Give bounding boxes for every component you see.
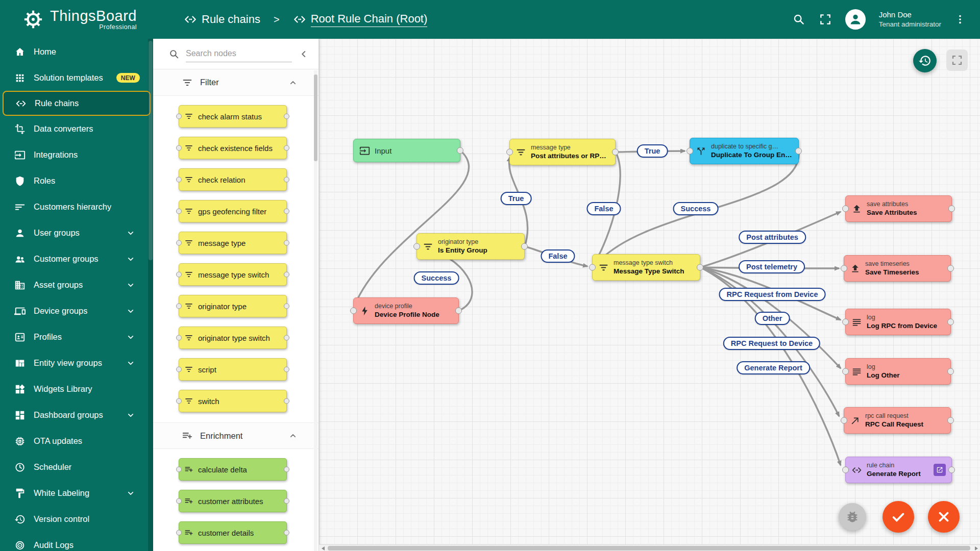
node-log-rpc-from-device[interactable]: log Log RPC from Device [845, 309, 951, 335]
scrollbar-thumb[interactable] [328, 546, 970, 550]
palette-node-gps-geofencing-filter[interactable]: gps geofencing filter [179, 200, 287, 222]
output-port[interactable] [521, 243, 528, 250]
node-device-profile[interactable]: device profile Device Profile Node [353, 297, 459, 324]
sidebar-item-widgets-library[interactable]: Widgets Library [0, 376, 153, 402]
edge-label-rpc-request-to-device[interactable]: RPC Request to Device [723, 337, 820, 350]
palette-node-originator-type[interactable]: originator type [179, 295, 287, 317]
palette-scrollbar[interactable] [314, 70, 317, 551]
sidebar-item-user-groups[interactable]: User groups [0, 220, 153, 246]
sidebar-item-home[interactable]: Home [0, 39, 153, 65]
sidebar-item-dashboard-groups[interactable]: Dashboard groups [0, 402, 153, 428]
palette-section-filter[interactable]: Filter [153, 69, 318, 96]
node-rpc-call-request[interactable]: rpc call request RPC Call Request [844, 407, 951, 434]
output-port[interactable] [457, 147, 463, 154]
edge-label-false[interactable]: False [541, 249, 575, 263]
edge-label-other[interactable]: Other [755, 312, 790, 325]
palette-section-enrichment[interactable]: Enrichment [153, 422, 318, 449]
restore-version-button[interactable] [913, 49, 937, 72]
app-logo[interactable]: ThingsBoard Professional [0, 8, 153, 31]
scroll-left-arrow[interactable] [319, 545, 327, 551]
output-port[interactable] [455, 308, 462, 314]
breadcrumb-current-rule-chain[interactable]: Root Rule Chain (Root) [293, 12, 428, 27]
input-port[interactable] [842, 368, 849, 375]
sidebar-item-scheduler[interactable]: Scheduler [0, 454, 153, 480]
edge-label-rpc-request-from-device[interactable]: RPC Request from Device [719, 288, 826, 301]
kebab-menu-icon[interactable] [954, 14, 966, 25]
sidebar-item-integrations[interactable]: Integrations [0, 142, 153, 168]
palette-node-check-existence-fields[interactable]: check existence fields [179, 137, 287, 159]
sidebar-item-version-control[interactable]: Version control [0, 506, 153, 532]
edge-label-success[interactable]: Success [673, 202, 719, 215]
output-port[interactable] [948, 206, 955, 212]
sidebar-item-rule-chains[interactable]: Rule chains [3, 91, 151, 116]
palette-node-message-type-switch[interactable]: message type switch [179, 263, 287, 286]
edge-label-false[interactable]: False [586, 202, 621, 215]
rule-chain-canvas[interactable]: True True False False Success Success Po… [319, 39, 980, 551]
palette-node-check-relation[interactable]: check relation [179, 168, 287, 191]
output-port[interactable] [795, 148, 802, 155]
input-port[interactable] [842, 467, 849, 473]
node-save-attributes[interactable]: save attributes Save Attributes [845, 195, 952, 222]
palette-node-customer-details[interactable]: customer details [179, 521, 287, 544]
open-rule-chain-button[interactable] [934, 464, 946, 476]
node-save-timeseries[interactable]: save timeseries Save Timeseries [844, 255, 951, 282]
edge-label-post-telemetry[interactable]: Post telemetry [739, 260, 805, 273]
sidebar-item-solution-templates[interactable]: Solution templates NEW [0, 65, 153, 91]
input-port[interactable] [589, 264, 596, 271]
scroll-right-arrow[interactable] [972, 545, 980, 551]
avatar[interactable] [845, 9, 866, 30]
search-icon[interactable] [792, 13, 805, 26]
edge-label-post-attributes[interactable]: Post attributes [739, 231, 806, 244]
palette-node-originator-type-switch[interactable]: originator type switch [179, 327, 287, 349]
palette-node-switch[interactable]: switch [179, 390, 287, 412]
output-port[interactable] [947, 368, 954, 375]
apply-changes-button[interactable] [883, 501, 914, 533]
palette-node-calculate-delta[interactable]: calculate delta [179, 458, 287, 481]
sidebar-item-roles[interactable]: Roles [0, 168, 153, 194]
output-port[interactable] [697, 264, 703, 271]
sidebar-item-data-converters[interactable]: Data converters [0, 116, 153, 142]
expand-canvas-button[interactable] [946, 49, 968, 71]
input-port[interactable] [687, 148, 693, 155]
input-port[interactable] [842, 206, 849, 212]
output-port[interactable] [947, 417, 954, 424]
sidebar-item-audit-logs[interactable]: Audit Logs [0, 532, 153, 551]
sidebar-item-entity-view-groups[interactable]: Entity view groups [0, 350, 153, 376]
discard-changes-button[interactable] [928, 501, 960, 533]
sidebar-item-device-groups[interactable]: Device groups [0, 298, 153, 324]
node-duplicate-to-group[interactable]: duplicate to specific g… Duplicate To Gr… [690, 138, 799, 164]
palette-node-customer-attributes[interactable]: customer attributes [179, 490, 287, 512]
search-nodes-input[interactable] [186, 46, 292, 62]
output-port[interactable] [947, 319, 954, 325]
edge-label-true[interactable]: True [501, 192, 532, 205]
node-message-type-switch[interactable]: message type switch Message Type Switch [592, 254, 700, 281]
output-port[interactable] [948, 467, 955, 473]
node-rule-chain-generate-report[interactable]: rule chain Generate Report [845, 457, 952, 483]
sidebar-item-customer-groups[interactable]: Customer groups [0, 246, 153, 272]
input-port[interactable] [842, 319, 849, 325]
input-port[interactable] [413, 243, 420, 250]
sidebar-item-white-labeling[interactable]: White Labeling [0, 480, 153, 506]
sidebar-item-asset-groups[interactable]: Asset groups [0, 272, 153, 298]
sidebar-scrollbar[interactable] [148, 39, 153, 551]
node-input[interactable]: Input [353, 139, 460, 162]
input-port[interactable] [350, 308, 357, 314]
node-originator-type[interactable]: originator type Is Entity Group [416, 233, 525, 260]
palette-node-message-type[interactable]: message type [179, 232, 287, 254]
sidebar-item-ota-updates[interactable]: OTA updates [0, 428, 153, 454]
sidebar-item-customers-hierarchy[interactable]: Customers hierarchy [0, 194, 153, 220]
sidebar-item-profiles[interactable]: Profiles [0, 324, 153, 350]
palette-node-check-alarm-status[interactable]: check alarm status [179, 105, 287, 128]
edge-label-success[interactable]: Success [414, 271, 459, 285]
canvas-horizontal-scrollbar[interactable] [319, 544, 980, 551]
node-log-other[interactable]: log Log Other [845, 358, 951, 385]
output-port[interactable] [947, 265, 954, 272]
collapse-panel-icon[interactable] [298, 48, 309, 60]
input-port[interactable] [841, 417, 847, 424]
node-message-type[interactable]: message type Post attributes or RP… [509, 139, 616, 165]
user-info[interactable]: John Doe Tenant administrator [879, 10, 941, 29]
edge-label-true[interactable]: True [637, 144, 668, 158]
debug-mode-button[interactable] [839, 503, 866, 531]
output-port[interactable] [612, 149, 619, 156]
fullscreen-icon[interactable] [819, 13, 832, 26]
